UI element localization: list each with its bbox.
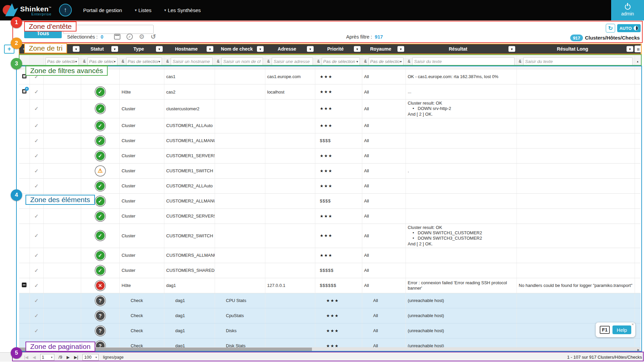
reset-icon[interactable]: ↺ (151, 34, 156, 40)
scroll-right-icon[interactable]: ▸ (637, 347, 639, 352)
sort-chevron-icon[interactable]: ▼ (111, 46, 118, 52)
filter-input-resultat-long[interactable] (523, 57, 633, 66)
wrench-icon[interactable]: ⚙ (139, 34, 145, 40)
col-header-hostname[interactable]: Hostname▼ (164, 44, 215, 54)
per-page-select[interactable]: 100▾ (83, 354, 99, 361)
calendar-icon[interactable] (114, 34, 120, 40)
cell-royaume: All (362, 293, 406, 308)
menu-portail-de-gestion[interactable]: Portail de gestion (83, 7, 122, 13)
scroll-up-icon[interactable]: ▴ (637, 60, 639, 63)
filter-select-royaume[interactable]: Pas de sélection▾ (369, 57, 404, 66)
table-row[interactable]: ✓✓ClusterCUSTOMER1_ALLAuto★★★All (19, 118, 641, 133)
refresh-button[interactable]: ↻ (606, 24, 615, 33)
sort-chevron-icon[interactable]: ▼ (354, 46, 361, 52)
sort-chevron-icon[interactable]: ▼ (397, 46, 404, 52)
table-row[interactable]: +✓✓Hôtecas2localhost★★★All... (19, 84, 641, 100)
close-icon[interactable]: × (631, 322, 634, 327)
filter-input-adresse[interactable] (272, 57, 313, 66)
col-header-type[interactable]: Type▼ (119, 44, 164, 54)
menu-listes[interactable]: ▾Listes (135, 7, 152, 13)
filter-input-hostname[interactable] (171, 57, 213, 66)
user-menu[interactable]: admin (611, 0, 644, 20)
sort-chevron-icon[interactable]: ▼ (627, 46, 633, 52)
first-page-button[interactable]: |◀ (24, 355, 28, 360)
column-menu-button[interactable]: ≡ (635, 46, 641, 52)
table-row[interactable]: ✓✓ClusterCUSTOMERS_SHARED$$$$$All (19, 263, 641, 278)
table-row[interactable]: ✓✓ClusterCUSTOMER2_ALLMANU$$$$All (19, 193, 641, 208)
row-checkbox[interactable]: ✓ (34, 89, 39, 95)
table-row[interactable]: ✓✓ClusterCUSTOMER1_ALLMANU$$$$All (19, 133, 641, 148)
cell-priorite: ★★★ (315, 69, 362, 84)
sort-chevron-icon[interactable]: ▼ (307, 46, 314, 52)
table-row[interactable]: ✓?Checkdag1Disks★★★All(unreachable host) (19, 323, 641, 338)
row-checkbox[interactable]: ✓ (34, 267, 39, 273)
scroll-top-button[interactable]: ↑ (59, 4, 72, 16)
cell-end (635, 100, 641, 118)
row-checkbox[interactable]: ✓ (34, 233, 39, 238)
previous-page-button[interactable]: ◀ (33, 355, 36, 360)
horizontal-scrollbar[interactable]: ▸ (19, 347, 641, 352)
table-row[interactable]: ✓✓ClusterCUSTOMER1_SERVERS★★★All (19, 148, 641, 163)
table-row[interactable]: ✓cas1cas1.europe.com★★★AllOK - cas1.euro… (19, 69, 641, 84)
sort-chevron-icon[interactable]: ▼ (73, 46, 79, 52)
row-checkbox[interactable]: ✓ (34, 328, 39, 334)
row-checkbox[interactable]: ✓ (34, 106, 39, 111)
table-row[interactable]: ✓?Checkdag1CpuStats★★★All(unreachable ho… (19, 308, 641, 323)
last-page-button[interactable]: ▶| (74, 355, 78, 360)
sort-chevron-icon[interactable]: ▼ (156, 46, 163, 52)
filter-select-priorite[interactable]: Pas de sélection▾ (322, 57, 360, 66)
row-checkbox[interactable]: ✓ (34, 252, 39, 258)
row-checkbox[interactable]: ✓ (34, 283, 39, 288)
filter-input-resultat[interactable] (412, 57, 515, 66)
shinken-logo[interactable]: Shinken™ Enterprise (3, 2, 52, 18)
filter-input-check-name[interactable] (221, 57, 263, 66)
row-checkbox[interactable]: ✓ (34, 153, 39, 159)
acknowledge-check-icon[interactable]: ✓ (126, 34, 133, 40)
row-checkbox[interactable]: ✓ (34, 213, 39, 219)
col-header-resultat[interactable]: Résultat▼ (406, 44, 517, 54)
next-page-button[interactable]: ▶ (66, 355, 69, 360)
cell-royaume: All (362, 278, 406, 293)
menu-les-syntheses[interactable]: ▾Les Synthèses (164, 7, 201, 13)
col-header-priorite[interactable]: Priorité▼ (315, 44, 362, 54)
sort-chevron-icon[interactable]: ▼ (207, 46, 213, 52)
col-header-royaume[interactable]: Royaume▼ (362, 44, 406, 54)
help-widget[interactable]: F1 Help × (596, 322, 635, 337)
help-button[interactable]: Help (612, 325, 631, 334)
cell-extra (43, 224, 81, 248)
page-input[interactable]: 1▾ (40, 354, 54, 361)
table-row[interactable]: ✓?Checkdag1CPU Stats★★★All(unreachable h… (19, 293, 641, 308)
table-row[interactable]: ✓✓ClusterCUSTOMER2_SWITCH★★★AllCluster r… (19, 224, 641, 248)
table-row[interactable]: ✓✓ClusterCUSTOMER2_ALLAuto★★★All (19, 178, 641, 193)
and-operator: & (166, 59, 169, 64)
table-row[interactable]: ✓⚠ClusterCUSTOMER1_SWITCH★★★All. (19, 163, 641, 178)
filter-select-statut[interactable]: Pas de sélection▾ (88, 57, 117, 66)
table-row[interactable]: ✓✓ClusterCUSTOMER2_SERVERS★★★All (19, 208, 641, 224)
filter-select-type[interactable]: Pas de sélection▾ (126, 57, 162, 66)
row-checkbox[interactable]: ✓ (34, 123, 39, 128)
row-checkbox[interactable]: ✓ (34, 313, 39, 318)
table-row[interactable]: ✓✓ClusterCUSTOMERS_ALLMANU★★★All (19, 248, 641, 263)
table-row[interactable]: ✓✕Hôtedag1127.0.0.1$$$$$$AllError : conn… (19, 278, 641, 293)
row-checkbox[interactable]: ✓ (34, 168, 39, 174)
col-header-resultat-long[interactable]: Résultat Long▼ (517, 44, 635, 54)
row-checkbox[interactable]: ✓ (34, 138, 39, 143)
row-checkbox[interactable]: ✓ (34, 183, 39, 189)
row-checkbox[interactable]: ✓ (34, 298, 39, 303)
cell-resultat-long (517, 208, 635, 224)
header-search-input[interactable] (63, 25, 154, 34)
cell-royaume: All (362, 100, 406, 118)
duplicate-icon[interactable]: + (22, 89, 26, 94)
sort-chevron-icon[interactable]: ▼ (257, 46, 264, 52)
col-header-statut[interactable]: Statut▼ (81, 44, 119, 54)
cell-statut: ✓ (81, 148, 119, 163)
cell-resultat: Cluster result: OK • DOWN SWITCH1_CUSTOM… (406, 224, 517, 248)
col-header-adresse[interactable]: Adresse▼ (265, 44, 315, 54)
filter-select-extra[interactable]: Pas de sélection▾ (46, 57, 79, 66)
col-header-nom-de-check[interactable]: Nom de check▼ (215, 44, 265, 54)
auto-refresh-toggle[interactable]: AUTO (617, 24, 641, 32)
sort-chevron-icon[interactable]: ▼ (508, 46, 515, 52)
table-row[interactable]: ✓✓Clusterclustercustomer2★★★AllCluster r… (19, 100, 641, 118)
cell-type: Check (119, 293, 164, 308)
collapse-icon[interactable] (22, 283, 26, 287)
